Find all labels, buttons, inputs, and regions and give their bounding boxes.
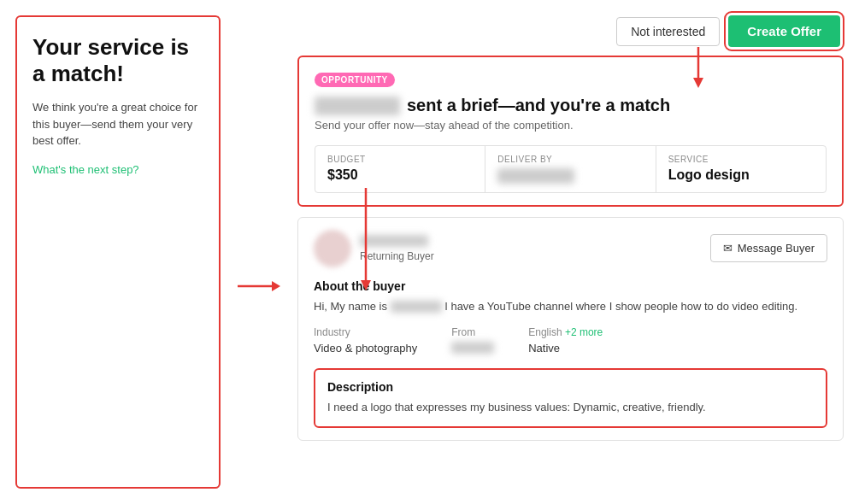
deliver-by-detail: DELIVER BY bbox=[485, 146, 656, 192]
message-buyer-button[interactable]: ✉ Message Buyer bbox=[710, 234, 827, 262]
svg-marker-1 bbox=[272, 281, 280, 291]
about-buyer-title: About the buyer bbox=[314, 279, 827, 293]
message-buyer-label: Message Buyer bbox=[738, 242, 815, 255]
match-title: Your service is a match! bbox=[32, 34, 203, 87]
language-label: English +2 more bbox=[528, 326, 603, 338]
match-subtitle: We think you're a great choice for this … bbox=[32, 99, 203, 149]
create-offer-arrow bbox=[690, 47, 707, 93]
match-panel: Your service is a match! We think you're… bbox=[15, 15, 221, 489]
buyer-avatar bbox=[314, 230, 351, 267]
budget-value: $350 bbox=[327, 167, 473, 183]
language-col: English +2 more Native bbox=[528, 326, 603, 356]
service-value: Logo design bbox=[668, 167, 814, 183]
down-arrow-indicator bbox=[357, 188, 374, 294]
deliver-by-value bbox=[497, 167, 643, 184]
from-value bbox=[451, 342, 494, 356]
opportunity-subtitle: Send your offer now—stay ahead of the co… bbox=[315, 119, 827, 132]
from-col: From bbox=[451, 326, 494, 356]
description-text: I need a logo that expresses my business… bbox=[327, 399, 814, 416]
service-detail: SERVICE Logo design bbox=[656, 146, 826, 192]
opportunity-title-text: sent a brief—and you're a match bbox=[407, 96, 670, 115]
opportunity-title: sent a brief—and you're a match bbox=[315, 96, 827, 115]
create-offer-button[interactable]: Create Offer bbox=[728, 15, 840, 47]
right-panel: Not interested Create Offer OPPORTUNITY … bbox=[297, 15, 844, 489]
sender-name-blurred bbox=[315, 97, 400, 115]
not-interested-button[interactable]: Not interested bbox=[616, 17, 720, 46]
svg-marker-5 bbox=[693, 78, 703, 88]
about-buyer-text: Hi, My name is I have a YouTube channel … bbox=[314, 298, 827, 315]
svg-marker-3 bbox=[361, 280, 371, 290]
industry-col: Industry Video & photography bbox=[314, 326, 417, 356]
description-section: Description I need a logo that expresses… bbox=[314, 368, 827, 428]
industry-label: Industry bbox=[314, 326, 417, 338]
opportunity-badge: OPPORTUNITY bbox=[315, 73, 395, 87]
budget-detail: BUDGET $350 bbox=[315, 146, 485, 192]
opportunity-details: BUDGET $350 DELIVER BY SERVICE Logo desi… bbox=[315, 145, 827, 193]
opportunity-card: OPPORTUNITY sent a brief—and you're a ma… bbox=[297, 56, 844, 207]
more-languages-link[interactable]: +2 more bbox=[565, 326, 603, 338]
panel-arrow bbox=[238, 15, 280, 489]
buyer-header: Returning Buyer ✉ Message Buyer bbox=[314, 230, 827, 267]
action-bar: Not interested Create Offer bbox=[297, 15, 844, 47]
description-title: Description bbox=[327, 380, 814, 394]
language-level: Native bbox=[528, 342, 603, 355]
buyer-section: Returning Buyer ✉ Message Buyer About th… bbox=[297, 217, 844, 441]
from-label: From bbox=[451, 326, 494, 338]
next-step-link[interactable]: What's the next step? bbox=[32, 163, 139, 176]
service-label: SERVICE bbox=[668, 155, 814, 164]
buyer-details-grid: Industry Video & photography From Englis… bbox=[314, 326, 827, 356]
industry-value: Video & photography bbox=[314, 342, 417, 355]
deliver-by-blurred bbox=[497, 168, 574, 184]
envelope-icon: ✉ bbox=[723, 242, 733, 255]
budget-label: BUDGET bbox=[327, 155, 473, 164]
buyer-name-text-blurred bbox=[391, 301, 442, 313]
from-value-blurred bbox=[451, 342, 494, 354]
deliver-by-label: DELIVER BY bbox=[497, 155, 643, 164]
